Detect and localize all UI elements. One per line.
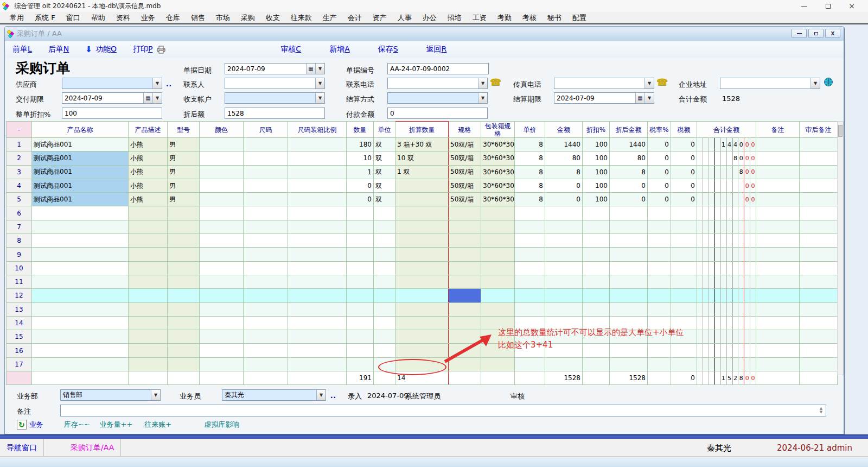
cell-amount2[interactable]: 80 (610, 152, 648, 165)
cell-num[interactable]: 11 (7, 275, 32, 288)
fax-select[interactable]: ▼ (554, 78, 654, 89)
cell-taxr[interactable]: 0 (648, 152, 671, 165)
cell-box[interactable]: 30*60*30 (481, 179, 515, 192)
cell-desc[interactable]: 小熊 (129, 152, 168, 165)
menu-item[interactable]: 资产 (367, 12, 392, 24)
cell-amount2[interactable] (610, 206, 648, 220)
cell-ratio[interactable] (288, 165, 347, 179)
cell-ratio[interactable] (288, 357, 347, 371)
cell-size[interactable] (244, 357, 288, 371)
cell-unit[interactable]: 双 (374, 152, 395, 165)
deliver-date-input[interactable]: 2024-07-09 ▦ ▼ (62, 92, 162, 104)
cell-anote[interactable] (800, 316, 838, 330)
cell-total[interactable] (697, 234, 756, 248)
cell-name[interactable] (32, 206, 129, 220)
cell-note[interactable] (756, 344, 800, 357)
cell-tax[interactable] (671, 261, 697, 275)
settle-due-input[interactable]: 2024-07-09 ▦ ▼ (554, 92, 654, 104)
cell-price[interactable] (515, 220, 545, 234)
cell-desc[interactable] (129, 357, 168, 371)
cell-total[interactable] (697, 344, 756, 357)
calendar-icon[interactable]: ▦ (306, 64, 315, 74)
cell-ratio[interactable] (288, 275, 347, 288)
cell-unit[interactable] (374, 302, 395, 316)
footer-link[interactable]: 业务 (29, 420, 43, 430)
cell-tax[interactable] (671, 220, 697, 234)
cell-price[interactable] (515, 289, 545, 302)
cell-num[interactable]: 17 (7, 357, 32, 371)
cell-conv[interactable]: 10 双 (395, 152, 449, 165)
cell-disc[interactable]: 100 (583, 193, 610, 206)
cell-model[interactable]: 男 (168, 138, 200, 152)
toolbar-button-P[interactable]: 打印P (133, 45, 152, 54)
cell-size[interactable] (244, 330, 288, 344)
spinner-icon[interactable]: ▲▼ (817, 406, 825, 415)
cell-qty[interactable] (347, 330, 374, 344)
cell-total[interactable]: 00 (697, 179, 756, 192)
cell-total[interactable] (697, 357, 756, 371)
cell-desc[interactable]: 小熊 (129, 193, 168, 206)
col-header-size[interactable]: 尺码 (244, 122, 288, 138)
cell-taxr[interactable] (648, 220, 671, 234)
cell-qty[interactable]: 10 (347, 152, 374, 165)
doc-restore-icon[interactable] (808, 29, 824, 38)
cell-amount[interactable]: 1440 (545, 138, 583, 152)
col-header-name[interactable]: 产品名称 (32, 122, 129, 138)
cell-price[interactable] (515, 261, 545, 275)
cell-amount2[interactable] (610, 275, 648, 288)
cell-tax[interactable]: 0 (671, 152, 697, 165)
cell-amount[interactable] (545, 357, 583, 371)
cell-num[interactable]: 4 (7, 179, 32, 192)
menu-item[interactable]: 窗口 (61, 12, 86, 24)
cell-total[interactable] (697, 289, 756, 302)
col-header-model[interactable]: 型号 (168, 122, 200, 138)
cell-spec[interactable] (449, 316, 481, 330)
phone-icon[interactable]: ☎ (656, 77, 668, 87)
chevron-down-icon[interactable]: ▼ (810, 78, 820, 89)
cell-price[interactable]: 8 (515, 179, 545, 192)
cell-box[interactable] (481, 206, 515, 220)
cell-amount2[interactable] (610, 261, 648, 275)
cell-price[interactable]: 8 (515, 165, 545, 179)
menu-item[interactable]: 招培 (442, 12, 467, 24)
toolbar-button-N[interactable]: 后单N (48, 45, 69, 54)
menu-item[interactable]: 仓库 (161, 12, 186, 24)
cell-total[interactable]: 00 (697, 193, 756, 206)
cell-box[interactable] (481, 248, 515, 261)
doc-date-input[interactable]: 2024-07-09 ▦ ▼ (225, 63, 325, 74)
cell-desc[interactable] (129, 344, 168, 357)
phone-icon[interactable]: ☎ (490, 77, 501, 87)
cell-disc[interactable] (583, 302, 610, 316)
col-header-total[interactable]: 合计金额 (697, 122, 756, 138)
cell-spec[interactable] (449, 206, 481, 220)
cell-qty[interactable] (347, 316, 374, 330)
cell-name[interactable] (32, 330, 129, 344)
cell-desc[interactable] (129, 206, 168, 220)
cell-taxr[interactable] (648, 275, 671, 288)
cell-note[interactable] (756, 289, 800, 302)
cell-color[interactable] (200, 289, 244, 302)
menu-item[interactable]: 销售 (186, 12, 210, 24)
cell-amount2[interactable]: 1440 (610, 138, 648, 152)
cell-model[interactable] (168, 275, 200, 288)
cell-size[interactable] (244, 302, 288, 316)
footer-link[interactable]: 业务量++ (100, 420, 133, 430)
cell-size[interactable] (244, 289, 288, 302)
cell-amount2[interactable] (610, 248, 648, 261)
cell-spec[interactable]: 50双/箱 (449, 138, 481, 152)
cell-qty[interactable] (347, 234, 374, 248)
cell-unit[interactable]: 双 (374, 165, 395, 179)
cell-num[interactable]: 14 (7, 316, 32, 330)
cell-price[interactable]: 8 (515, 193, 545, 206)
cell-total[interactable] (697, 330, 756, 344)
cell-qty[interactable] (347, 220, 374, 234)
cell-anote[interactable] (800, 165, 838, 179)
cell-ratio[interactable] (288, 206, 347, 220)
cell-anote[interactable] (800, 152, 838, 165)
cell-color[interactable] (200, 179, 244, 192)
close-icon[interactable]: × (840, 0, 864, 12)
cell-num[interactable]: 9 (7, 248, 32, 261)
cell-ratio[interactable] (288, 289, 347, 302)
cell-amount2[interactable] (610, 220, 648, 234)
chevron-down-icon[interactable]: ▼ (152, 93, 162, 103)
